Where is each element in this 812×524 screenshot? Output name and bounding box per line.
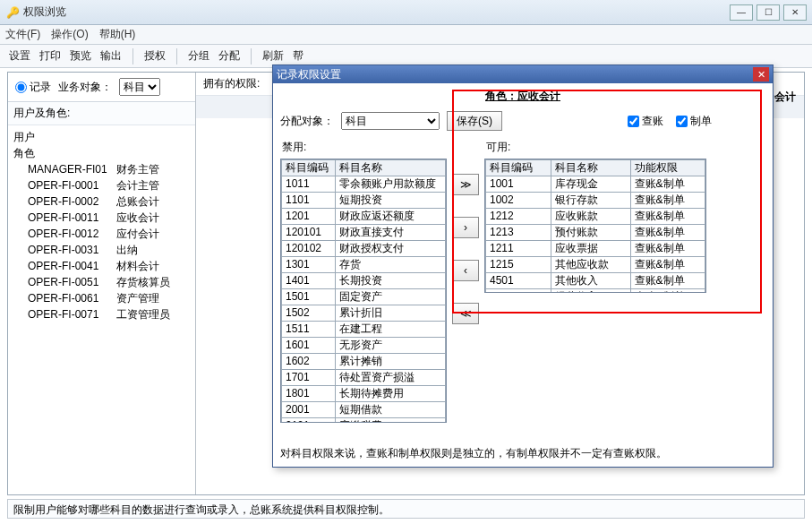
record-radio-label[interactable]: 记录 bbox=[15, 80, 51, 95]
sep bbox=[251, 48, 252, 64]
tree-item[interactable]: OPER-FI-0002 总账会计 bbox=[13, 193, 190, 210]
checks: 查账 制单 bbox=[628, 114, 765, 129]
menu-ops[interactable]: 操作(O) bbox=[51, 27, 88, 42]
close-button[interactable]: ✕ bbox=[783, 4, 807, 21]
user-role-tree[interactable]: 用户 角色 MANAGER-FI01 财务主管OPER-FI-0001 会计主管… bbox=[8, 125, 195, 494]
enabled-col: 可用: 科目编码 科目名称 功能权限 1001库存现金查账&制单1002银行存款… bbox=[484, 138, 706, 423]
tree-item[interactable]: OPER-FI-0012 应付会计 bbox=[13, 226, 190, 242]
table-row[interactable]: 1701待处置资产损溢 bbox=[282, 370, 446, 386]
role-line: 角色：应收会计 bbox=[280, 87, 765, 107]
tree-role[interactable]: 角色 bbox=[13, 145, 190, 161]
table-row[interactable]: 1501固定资产 bbox=[282, 289, 446, 305]
tree-item[interactable]: OPER-FI-0071 工资管理员 bbox=[13, 306, 190, 322]
table-row[interactable]: 1201财政应返还额度 bbox=[282, 209, 446, 225]
table-row[interactable]: 1601无形资产 bbox=[282, 338, 446, 354]
menu-help[interactable]: 帮助(H) bbox=[99, 27, 136, 42]
tb-print[interactable]: 打印 bbox=[39, 48, 61, 64]
maximize-button[interactable]: ☐ bbox=[756, 4, 780, 21]
col-code: 科目编码 bbox=[282, 160, 336, 176]
table-row[interactable]: 1212应收账款查账&制单 bbox=[486, 209, 705, 225]
tb-refresh[interactable]: 刷新 bbox=[262, 48, 284, 64]
table-row[interactable]: 1215其他应收款查账&制单 bbox=[486, 257, 705, 273]
disabled-col: 禁用: 科目编码 科目名称 1011零余额账户用款额度1101短期投资1201财… bbox=[280, 138, 447, 423]
tb-auth[interactable]: 授权 bbox=[144, 48, 166, 64]
disabled-label: 禁用: bbox=[280, 138, 447, 159]
left-pane: 记录 业务对象： 科目 用户及角色: 用户 角色 MANAGER-FI01 财务… bbox=[8, 73, 196, 494]
table-row[interactable]: 1211应收票据查账&制单 bbox=[486, 241, 705, 257]
tb-preview[interactable]: 预览 bbox=[70, 48, 91, 64]
table-row[interactable]: 1011零余额账户用款额度 bbox=[282, 176, 446, 193]
record-text: 记录 bbox=[30, 81, 51, 93]
window-controls: — ☐ ✕ bbox=[730, 4, 807, 21]
chk-make-text: 制单 bbox=[690, 114, 712, 129]
col-name: 科目名称 bbox=[335, 160, 445, 176]
move-all-right-button[interactable]: ≫ bbox=[452, 174, 479, 195]
col-code: 科目编码 bbox=[486, 160, 551, 176]
dialog-row1: 分配对象： 科目 保存(S) 查账 制单 bbox=[280, 107, 765, 138]
table-row[interactable]: 1511在建工程 bbox=[282, 322, 446, 338]
enabled-label: 可用: bbox=[484, 138, 706, 159]
bizobj-select[interactable]: 科目 bbox=[119, 78, 160, 96]
chk-view-text: 查账 bbox=[642, 114, 663, 129]
tree-item[interactable]: OPER-FI-0041 材料会计 bbox=[13, 258, 190, 274]
tb-group[interactable]: 分组 bbox=[188, 48, 209, 64]
chk-make-label[interactable]: 制单 bbox=[676, 114, 712, 129]
tree-user[interactable]: 用户 bbox=[13, 129, 190, 145]
table-row[interactable]: 1602累计摊销 bbox=[282, 354, 446, 370]
tb-help[interactable]: 帮 bbox=[293, 48, 303, 64]
tb-output[interactable]: 输出 bbox=[100, 48, 122, 64]
dialog-close-button[interactable]: ✕ bbox=[753, 67, 769, 82]
table-row[interactable]: 4501其他收入查账&制单 bbox=[486, 273, 705, 289]
lists: 禁用: 科目编码 科目名称 1011零余额账户用款额度1101短期投资1201财… bbox=[280, 138, 765, 423]
table-row[interactable]: 1301存货 bbox=[282, 257, 446, 273]
dialog-title: 记录权限设置 bbox=[277, 67, 753, 82]
dialog-titlebar: 记录权限设置 ✕ bbox=[273, 65, 773, 83]
tree-item[interactable]: OPER-FI-0031 出纳 bbox=[13, 242, 190, 258]
move-right-button[interactable]: › bbox=[452, 217, 479, 238]
tb-settings[interactable]: 设置 bbox=[9, 48, 30, 64]
col-name: 科目名称 bbox=[551, 160, 631, 176]
transfer-buttons: ≫ › ‹ ≪ bbox=[452, 138, 479, 423]
table-row[interactable]: 1001库存现金查账&制单 bbox=[486, 176, 705, 193]
table-row[interactable]: 2101应缴税费 bbox=[282, 418, 446, 424]
alloc-label: 分配对象： bbox=[280, 114, 334, 129]
table-row[interactable]: 1801长期待摊费用 bbox=[282, 386, 446, 402]
tree-item[interactable]: OPER-FI-0011 应收会计 bbox=[13, 210, 190, 226]
menu-file[interactable]: 文件(F) bbox=[5, 27, 40, 42]
tree-item[interactable]: OPER-FI-0051 存货核算员 bbox=[13, 274, 190, 290]
window-title: 权限浏览 bbox=[23, 4, 730, 20]
table-row[interactable]: 4401经营收入查账&制单 bbox=[486, 289, 705, 294]
role-suffix: 会计 bbox=[774, 90, 796, 105]
table-row[interactable]: 2001短期借款 bbox=[282, 402, 446, 418]
record-radio[interactable] bbox=[15, 82, 27, 93]
move-left-button[interactable]: ‹ bbox=[452, 260, 479, 281]
disabled-table[interactable]: 科目编码 科目名称 1011零余额账户用款额度1101短期投资1201财政应返还… bbox=[280, 159, 447, 423]
table-row[interactable]: 1101短期投资 bbox=[282, 193, 446, 209]
table-row[interactable]: 120102财政授权支付 bbox=[282, 241, 446, 257]
chk-view[interactable] bbox=[628, 116, 639, 127]
alloc-select[interactable]: 科目 bbox=[341, 112, 440, 130]
table-row[interactable]: 1401长期投资 bbox=[282, 273, 446, 289]
dialog-footnote: 对科目权限来说，查账和制单权限则是独立的，有制单权限并不一定有查账权限。 bbox=[280, 446, 765, 461]
table-row[interactable]: 1213预付账款查账&制单 bbox=[486, 225, 705, 241]
tree-item[interactable]: OPER-FI-0061 资产管理 bbox=[13, 290, 190, 306]
record-perm-dialog: 记录权限设置 ✕ 角色：应收会计 分配对象： 科目 保存(S) 查账 制单 禁用… bbox=[272, 64, 774, 468]
table-row[interactable]: 120101财政直接支付 bbox=[282, 225, 446, 241]
record-row: 记录 业务对象： 科目 bbox=[8, 73, 195, 102]
tree-item[interactable]: MANAGER-FI01 财务主管 bbox=[13, 161, 190, 177]
menubar: 文件(F) 操作(O) 帮助(H) bbox=[0, 25, 812, 45]
sep bbox=[176, 48, 177, 64]
tb-allocate[interactable]: 分配 bbox=[218, 48, 240, 64]
move-all-left-button[interactable]: ≪ bbox=[452, 303, 479, 324]
minimize-button[interactable]: — bbox=[730, 4, 753, 21]
table-row[interactable]: 1002银行存款查账&制单 bbox=[486, 193, 705, 209]
sep bbox=[132, 48, 133, 64]
table-row[interactable]: 1502累计折旧 bbox=[282, 305, 446, 322]
save-button[interactable]: 保存(S) bbox=[447, 111, 502, 131]
tree-item[interactable]: OPER-FI-0001 会计主管 bbox=[13, 177, 190, 193]
enabled-table[interactable]: 科目编码 科目名称 功能权限 1001库存现金查账&制单1002银行存款查账&制… bbox=[484, 159, 706, 293]
chk-make[interactable] bbox=[676, 116, 688, 127]
chk-view-label[interactable]: 查账 bbox=[628, 114, 663, 129]
main-titlebar: 🔑 权限浏览 — ☐ ✕ bbox=[0, 0, 812, 25]
bizobj-label: 业务对象： bbox=[58, 80, 112, 95]
